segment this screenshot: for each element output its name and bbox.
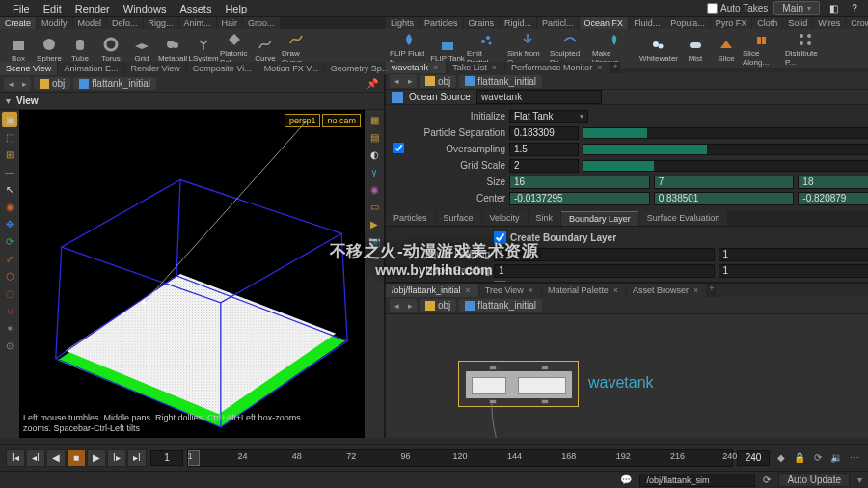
add-pane-tab-right-upper[interactable]: + — [610, 62, 619, 73]
menu-render[interactable]: Render — [68, 1, 117, 16]
play-nextkey-icon[interactable]: I▸ — [107, 449, 126, 467]
shelf-tab-popula[interactable]: Popula... — [665, 17, 710, 29]
size-y-input[interactable] — [654, 176, 795, 189]
tool-arrow-icon[interactable]: ↖ — [2, 181, 17, 197]
tool-box[interactable]: Box — [4, 36, 33, 63]
frame-end-field[interactable]: 240 — [737, 450, 770, 466]
ru-crumb-obj[interactable]: obj — [420, 75, 456, 88]
uppad-b-input[interactable] — [719, 264, 869, 278]
disp-color-icon[interactable]: ◉ — [366, 181, 382, 197]
left-nav-back[interactable]: ◂ — [4, 77, 17, 91]
tl-realtime-icon[interactable]: ⟳ — [810, 450, 826, 466]
shelf-tab-pyro[interactable]: Pyro FX — [711, 17, 752, 29]
shelf-tab-solid[interactable]: Solid — [783, 17, 812, 29]
tool-torus[interactable]: Torus — [96, 36, 125, 63]
shelf-tab-cloth[interactable]: Cloth — [752, 17, 782, 29]
ptab-surfeval[interactable]: Surface Evaluation — [639, 211, 728, 226]
shelf-tab-rigg[interactable]: Rigg... — [144, 17, 178, 29]
status-refresh-icon[interactable]: ⟳ — [763, 474, 771, 485]
tool-slice[interactable]: Slice — [712, 36, 741, 63]
nptab-add[interactable]: + — [707, 284, 716, 297]
disp-light-icon[interactable]: ◐ — [366, 147, 382, 162]
ptab-sink[interactable]: Sink — [529, 211, 561, 226]
auto-update-button[interactable]: Auto Update — [778, 473, 850, 487]
shelf-tab-wires[interactable]: Wires — [813, 17, 845, 29]
tool-move-icon[interactable]: ✥ — [2, 216, 17, 231]
shelf-tab-grains[interactable]: Grains — [464, 17, 500, 29]
ru-crumb-node[interactable]: flattank_initial — [459, 75, 542, 88]
np-nav-fwd[interactable]: ▸ — [403, 299, 417, 312]
shelf-tab-groo[interactable]: Groo... — [243, 17, 280, 29]
uppad-a-input[interactable] — [494, 264, 715, 278]
pane-tab-geo-sp[interactable]: Geometry Sp... — [325, 62, 395, 75]
tool-brush-icon[interactable]: ⬡ — [2, 268, 17, 284]
shelf-tab-defo[interactable]: Defo... — [107, 17, 143, 29]
ptab-surface[interactable]: Surface — [436, 211, 481, 226]
tool-mist[interactable]: Mist — [681, 36, 710, 63]
ptab-particles[interactable]: Particles — [386, 211, 435, 226]
gridscale-slider[interactable] — [583, 160, 868, 172]
play-start-icon[interactable]: I◂ — [6, 449, 25, 467]
nptab-matpal[interactable]: Material Palette× — [542, 284, 626, 297]
np-nav-back[interactable]: ◂ — [390, 299, 403, 312]
ru-nav-back[interactable]: ◂ — [390, 74, 403, 88]
shelf-tab-create[interactable]: Create — [0, 17, 36, 29]
pin-layout-icon[interactable]: ◧ — [826, 1, 841, 16]
status-chat-icon[interactable]: 💬 — [620, 474, 632, 485]
left-path-pin-icon[interactable]: 📌 — [365, 76, 380, 92]
gridscale-input[interactable] — [509, 159, 579, 173]
pane-tab-render-view[interactable]: Render View — [124, 62, 185, 75]
nptab-path[interactable]: /obj/flattank_initial× — [386, 284, 478, 297]
tool-handle-icon[interactable]: ⬚ — [2, 129, 17, 145]
center-y-input[interactable] — [654, 192, 795, 205]
tl-key-icon[interactable]: ◆ — [773, 450, 789, 466]
center-z-input[interactable] — [798, 192, 868, 205]
oversamp-slider[interactable] — [583, 144, 868, 155]
tool-fliptank[interactable]: FLIP Tank — [430, 36, 465, 63]
psep-slider[interactable] — [583, 127, 868, 139]
menu-file[interactable]: File — [6, 1, 37, 16]
time-ruler[interactable]: 1 24 48 72 96 120 144 168 192 216 240 — [187, 449, 733, 467]
ptab-boundary[interactable]: Boundary Layer — [561, 211, 638, 226]
ru-nav-fwd[interactable]: ▸ — [403, 74, 417, 88]
np-crumb-node[interactable]: flattank_initial — [459, 299, 542, 312]
shelf-tab-fluid[interactable]: Fluid... — [629, 17, 665, 29]
left-crumb-node[interactable]: flattank_initial — [73, 77, 156, 90]
shelf-tab-lights[interactable]: Lights — [386, 17, 419, 29]
shelf-tab-particl[interactable]: Particl... — [537, 17, 579, 29]
tool-xform-icon[interactable]: — — [2, 164, 17, 179]
disp-render-icon[interactable]: ▶ — [366, 216, 382, 231]
frame-start-field[interactable]: 1 — [150, 450, 183, 466]
shelf-tab-hair[interactable]: Hair — [217, 17, 243, 29]
auto-takes-toggle[interactable]: Auto Takes — [707, 3, 768, 14]
lowpad-b-input[interactable] — [719, 248, 869, 261]
create-boundary-check[interactable] — [494, 231, 506, 244]
tl-audio-icon[interactable]: 🔉 — [828, 450, 844, 466]
tool-metaball[interactable]: Metaball — [158, 36, 187, 63]
tool-pin-icon[interactable]: ⊙ — [2, 338, 17, 353]
status-menu-icon[interactable]: ▾ — [857, 474, 862, 485]
menu-edit[interactable]: Edit — [37, 1, 68, 16]
left-crumb-obj[interactable]: obj — [34, 77, 70, 90]
pane-tab-composite[interactable]: Composite Vi... — [187, 62, 258, 75]
oversamp-input[interactable] — [509, 143, 579, 156]
tool-compass-icon[interactable]: ✶ — [2, 320, 17, 336]
tl-options-icon[interactable]: ⋯ — [847, 450, 862, 466]
left-nav-fwd[interactable]: ▸ — [17, 77, 31, 91]
tool-whitewater[interactable]: Whitewater — [638, 36, 679, 63]
nptab-treeview[interactable]: Tree View× — [479, 284, 541, 297]
shelf-tab-modify[interactable]: Modify — [37, 17, 72, 29]
center-x-input[interactable] — [509, 192, 650, 205]
node-graph-canvas[interactable]: wavetank — [386, 314, 868, 438]
play-fwd-icon[interactable]: ▶ — [87, 449, 106, 467]
tool-rotate-icon[interactable]: ⟳ — [2, 233, 17, 249]
psep-input[interactable] — [509, 126, 579, 140]
tool-lasso-icon[interactable]: ◌ — [2, 285, 17, 301]
desktop-selector[interactable]: Main ▾ — [773, 1, 820, 15]
help-icon[interactable]: ? — [847, 1, 862, 16]
tool-scale-icon[interactable]: ⤢ — [2, 251, 17, 266]
disp-gamma-icon[interactable]: γ — [366, 164, 382, 179]
pane-tab-scene-view[interactable]: Scene View — [0, 62, 57, 75]
menu-windows[interactable]: Windows — [117, 1, 174, 16]
pane-tab-perfmon[interactable]: Performance Monitor× — [505, 62, 610, 73]
